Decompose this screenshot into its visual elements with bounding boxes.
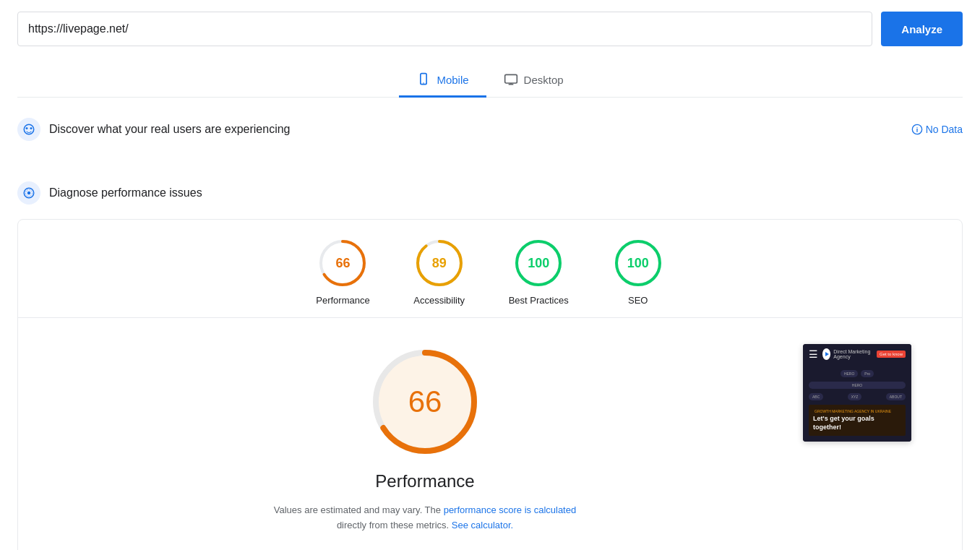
score-seo-value: 100 xyxy=(627,256,649,271)
screenshot-hero-title: Let's get your goals together! xyxy=(813,415,901,431)
svg-point-10 xyxy=(916,127,917,128)
screenshot-content: HERO Pro HERO ABC XYZ ABOUT GROWTH MARKE… xyxy=(803,364,911,442)
screenshot-chip-1: HERO xyxy=(841,370,858,377)
score-seo-circle: 100 xyxy=(612,237,664,289)
url-input-wrap xyxy=(17,12,872,46)
screenshot-play-icon xyxy=(822,348,830,360)
screenshot-hero-label: GROWTH MARKETING AGENCY IN UKRAINE xyxy=(813,409,901,413)
big-performance-circle: 66 xyxy=(367,344,483,460)
discover-header: Discover what your real users are experi… xyxy=(17,109,963,150)
screenshot-chip-3: ABC xyxy=(809,393,823,400)
detail-description: Values are estimated and may vary. The p… xyxy=(273,503,577,533)
screenshot-chip-5: ABOUT xyxy=(886,393,906,400)
scores-divider xyxy=(18,317,962,318)
score-best-practices-label: Best Practices xyxy=(509,295,569,306)
screenshot-topbar: ☰ Direct Marketing Agency Get to know xyxy=(803,344,911,364)
screenshot-cta-badge: Get to know xyxy=(877,351,906,358)
screenshot-chips-row1: HERO Pro xyxy=(809,370,906,377)
score-accessibility[interactable]: 89 Accessibility xyxy=(413,237,465,306)
screenshot-chip-center: HERO xyxy=(809,382,906,389)
desktop-icon xyxy=(504,72,518,87)
scores-row: 66 Performance 89 Accessibility xyxy=(18,237,962,317)
tabs-row: Mobile Desktop xyxy=(17,58,963,98)
scores-card: 66 Performance 89 Accessibility xyxy=(17,219,963,550)
discover-title: Discover what your real users are experi… xyxy=(49,123,903,136)
big-score-value: 66 xyxy=(408,384,442,419)
screenshot-preview: ☰ Direct Marketing Agency Get to know HE… xyxy=(803,344,911,442)
svg-point-7 xyxy=(30,127,33,129)
screenshot-logo: Direct Marketing Agency xyxy=(822,348,872,360)
screenshot-preview-area: ☰ Direct Marketing Agency Get to know HE… xyxy=(803,344,919,442)
discover-section: Discover what your real users are experi… xyxy=(0,98,980,161)
detail-section: 66 Performance Values are estimated and … xyxy=(18,330,962,550)
top-bar: Analyze xyxy=(0,0,980,58)
no-data-link[interactable]: No Data xyxy=(911,124,963,135)
diagnose-section: Diagnose performance issues 66 Performan… xyxy=(0,161,980,550)
score-accessibility-circle: 89 xyxy=(413,237,465,289)
score-seo[interactable]: 100 SEO xyxy=(612,237,664,306)
score-performance-value: 66 xyxy=(335,256,350,271)
perf-score-link[interactable]: performance score is calculated xyxy=(444,504,577,515)
no-data-label: No Data xyxy=(926,124,963,135)
score-seo-label: SEO xyxy=(628,295,648,306)
svg-marker-25 xyxy=(825,352,829,356)
score-performance-circle: 66 xyxy=(317,237,369,289)
discover-icon xyxy=(17,118,40,141)
analyze-button[interactable]: Analyze xyxy=(881,12,963,46)
svg-point-6 xyxy=(26,127,28,129)
score-best-practices[interactable]: 100 Best Practices xyxy=(509,237,569,306)
screenshot-chip-4: XYZ xyxy=(848,393,862,400)
score-best-practices-value: 100 xyxy=(528,256,549,271)
diagnose-header: Diagnose performance issues xyxy=(17,173,963,213)
diagnose-title: Diagnose performance issues xyxy=(49,186,963,199)
tab-desktop-label: Desktop xyxy=(524,74,564,86)
svg-point-12 xyxy=(27,192,31,195)
svg-rect-2 xyxy=(504,74,517,83)
url-input[interactable] xyxy=(28,22,861,35)
calculator-link[interactable]: See calculator. xyxy=(452,520,513,530)
screenshot-hero: GROWTH MARKETING AGENCY IN UKRAINE Let's… xyxy=(809,405,906,436)
svg-point-1 xyxy=(424,82,425,84)
screenshot-brand-text: Direct Marketing Agency xyxy=(833,349,872,359)
info-icon xyxy=(911,124,923,135)
score-accessibility-value: 89 xyxy=(432,256,447,271)
screenshot-chips-row2: ABC XYZ ABOUT xyxy=(809,393,906,400)
score-performance-label: Performance xyxy=(316,295,369,306)
screenshot-menu-icon: ☰ xyxy=(809,348,818,360)
score-accessibility-label: Accessibility xyxy=(413,295,465,306)
mobile-icon xyxy=(416,72,431,87)
detail-left: 66 Performance Values are estimated and … xyxy=(61,344,788,550)
score-performance[interactable]: 66 Performance xyxy=(316,237,369,306)
tab-desktop[interactable]: Desktop xyxy=(486,64,581,98)
detail-title: Performance xyxy=(375,471,474,491)
screenshot-chip-2: Pro xyxy=(861,370,874,377)
diagnose-icon xyxy=(17,181,40,205)
tab-mobile-label: Mobile xyxy=(437,74,468,86)
tab-mobile[interactable]: Mobile xyxy=(399,64,486,98)
score-best-practices-circle: 100 xyxy=(512,237,564,289)
